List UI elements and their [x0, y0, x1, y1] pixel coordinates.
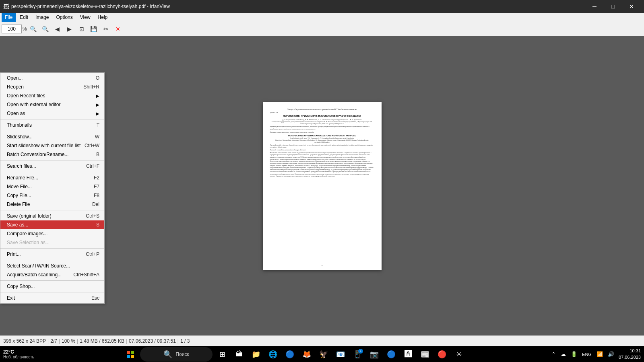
menu-print-shortcut: Ctrl+P — [86, 251, 99, 257]
separator-4 — [0, 172, 104, 172]
start-button[interactable] — [123, 347, 138, 362]
menu-exit[interactable]: Exit Esc — [0, 294, 104, 302]
menu-open-external[interactable]: Open with external editor ▶ — [0, 100, 104, 109]
menu-open-external-label: Open with external editor — [7, 102, 60, 107]
zoom-out-button[interactable]: 🔍 — [28, 23, 39, 35]
tray-chevron[interactable]: ⌃ — [550, 350, 557, 358]
menu-batch-conversion[interactable]: Batch Conversion/Rename... B — [0, 150, 104, 159]
menu-view[interactable]: View — [77, 13, 94, 22]
prev-button[interactable]: ◀ — [52, 23, 63, 35]
separator-8 — [0, 280, 104, 281]
taskbar: 22°C Неб. облачность 🔍 Поиск ⊞ 🏔 📁 🌐 🔵 🦊… — [0, 346, 644, 362]
taskbar-app-3[interactable]: 📧 — [333, 347, 348, 362]
separator-7 — [0, 260, 104, 260]
taskbar-explorer[interactable]: 📁 — [249, 347, 263, 362]
menu-acquire-label: Acquire/Batch scanning... — [7, 272, 62, 278]
menu-print[interactable]: Print... Ctrl+P — [0, 250, 104, 259]
menu-file[interactable]: File — [2, 13, 16, 22]
close-button[interactable]: ✕ — [622, 0, 641, 13]
taskbar-clock[interactable]: 10:31 07.06.2023 — [619, 348, 641, 360]
save-button[interactable]: 💾 — [88, 23, 99, 35]
tools-button[interactable]: ✂ — [100, 23, 111, 35]
menu-print-label: Print... — [7, 251, 21, 257]
menu-move-file[interactable]: Move File... F7 — [0, 182, 104, 191]
menu-thumbnails[interactable]: Thumbnails T — [0, 121, 104, 130]
taskbar-chrome[interactable]: 🔵 — [283, 347, 297, 362]
menu-rename-file[interactable]: Rename File... F2 — [0, 173, 104, 182]
tray-speaker[interactable]: 🔊 — [607, 350, 615, 358]
doc-org-en: Reshetnev Siberian State University of S… — [270, 140, 374, 144]
taskbar-yandex[interactable]: 🦊 — [299, 347, 314, 362]
task-view-button[interactable]: ⊞ — [215, 347, 229, 362]
menu-edit[interactable]: Edit — [17, 13, 31, 22]
menu-reopen-label: Reopen — [7, 84, 24, 90]
menu-image[interactable]: Image — [32, 13, 52, 22]
doc-body-text: Мышечные силы человека часто бывает недо… — [270, 152, 374, 177]
menu-save-as[interactable]: Save as... S — [0, 220, 104, 229]
taskbar-center: 🔍 Поиск ⊞ 🏔 📁 🌐 🔵 🦊 🦅 📧 📱 1 📷 🔵 🅰 📰 🔴 ✳ — [39, 347, 550, 362]
status-bar: 396 x 562 x 24 BPP | 2/7 | 100 % | 1.48 … — [0, 335, 644, 346]
menu-copy-file[interactable]: Copy File... F8 — [0, 191, 104, 200]
status-pages: 1 / 3 — [180, 338, 190, 344]
maximize-button[interactable]: □ — [604, 0, 622, 13]
taskbar-app-10[interactable]: ✳ — [452, 347, 466, 362]
menu-open-as[interactable]: Open as ▶ — [0, 109, 104, 118]
menu-open[interactable]: Open... O — [0, 74, 104, 82]
tray-cloud[interactable]: ☁ — [559, 350, 567, 358]
minimize-button[interactable]: ─ — [585, 0, 604, 13]
menu-acquire-scan[interactable]: Acquire/Batch scanning... Ctrl+Shift+A — [0, 270, 104, 279]
taskbar-edge[interactable]: 🌐 — [266, 347, 280, 362]
menu-start-slideshow[interactable]: Start slideshow with current file list C… — [0, 141, 104, 150]
taskbar-app-1[interactable]: 🏔 — [232, 347, 246, 362]
menu-move-label: Move File... — [7, 184, 32, 189]
taskbar-app-4[interactable]: 📱 1 — [350, 347, 365, 362]
file-dropdown-menu: Open... O Reopen Shift+R Open Recent fil… — [0, 72, 105, 304]
menu-delete-file[interactable]: Delete File Del — [0, 200, 104, 209]
separator-9 — [0, 292, 104, 292]
menu-select-scan[interactable]: Select Scan/TWAIN Source... — [0, 261, 104, 270]
search-icon: 🔍 — [163, 350, 172, 359]
menu-select-scan-label: Select Scan/TWAIN Source... — [7, 263, 70, 269]
taskbar-app-6[interactable]: 🔵 — [384, 347, 398, 362]
menu-slideshow[interactable]: Slideshow... W — [0, 132, 104, 141]
status-separator-5: | — [178, 338, 179, 344]
weather-temp: 22°C — [3, 349, 14, 355]
zoom-in-button[interactable]: 🔍 — [40, 23, 51, 35]
menu-search-files[interactable]: Search files... Ctrl+F — [0, 162, 104, 171]
status-dimensions: 396 x 562 x 24 BPP — [3, 338, 46, 344]
close-file-button[interactable]: ✕ — [112, 23, 124, 35]
clock-date: 07.06.2023 — [619, 354, 641, 360]
menu-rename-label: Rename File... — [7, 175, 38, 181]
zoom-unit: % — [23, 26, 27, 32]
menu-open-shortcut: O — [96, 75, 99, 81]
menu-save-as-shortcut: S — [96, 222, 99, 228]
menu-help[interactable]: Help — [95, 13, 111, 22]
taskbar-app-7[interactable]: 🅰 — [401, 347, 415, 362]
fit-button[interactable]: ⊡ — [76, 23, 87, 35]
menu-delete-label: Delete File — [7, 202, 30, 207]
menu-options[interactable]: Options — [53, 13, 76, 22]
doc-authors-en: D. A. Gorlekain¹, A. P. Isner, V. V. Ram… — [270, 138, 374, 139]
menu-copy-shop[interactable]: Copy Shop... — [0, 282, 104, 291]
doc-title-ru: ПЕРСПЕКТИВЫ ПРИМЕНЕНИЯ ЭКЗОСКЕЛЕТОВ В РА… — [270, 115, 374, 117]
taskbar-app-9[interactable]: 🔴 — [435, 347, 449, 362]
menu-reopen[interactable]: Reopen Shift+R — [0, 82, 104, 91]
taskbar-app-5[interactable]: 📷 — [367, 347, 382, 362]
taskbar-app-2[interactable]: 🦅 — [316, 347, 331, 362]
menu-start-slideshow-label: Start slideshow with current file list — [7, 143, 80, 148]
window-title: perspektivy-primeneniya-ekzoskeletov-v-r… — [11, 4, 585, 9]
status-page: 2/7 — [50, 338, 57, 344]
next-button[interactable]: ▶ — [64, 23, 75, 35]
menu-save-as-label: Save as... — [7, 222, 28, 228]
menu-save-original[interactable]: Save (original folder) Ctrl+S — [0, 212, 104, 220]
doc-page-number: 111 — [270, 265, 374, 267]
menu-compare-images[interactable]: Compare images... — [0, 229, 104, 238]
zoom-input[interactable] — [2, 25, 22, 33]
tray-wifi[interactable]: 📶 — [595, 350, 604, 358]
menu-open-recent[interactable]: Open Recent files ▶ — [0, 91, 104, 100]
menu-copy-file-label: Copy File... — [7, 193, 31, 198]
lang-indicator[interactable]: ENG — [581, 351, 593, 358]
taskbar-search[interactable]: 🔍 Поиск — [140, 347, 213, 362]
taskbar-app-8[interactable]: 📰 — [418, 347, 432, 362]
tray-battery[interactable]: 🔋 — [570, 350, 578, 358]
